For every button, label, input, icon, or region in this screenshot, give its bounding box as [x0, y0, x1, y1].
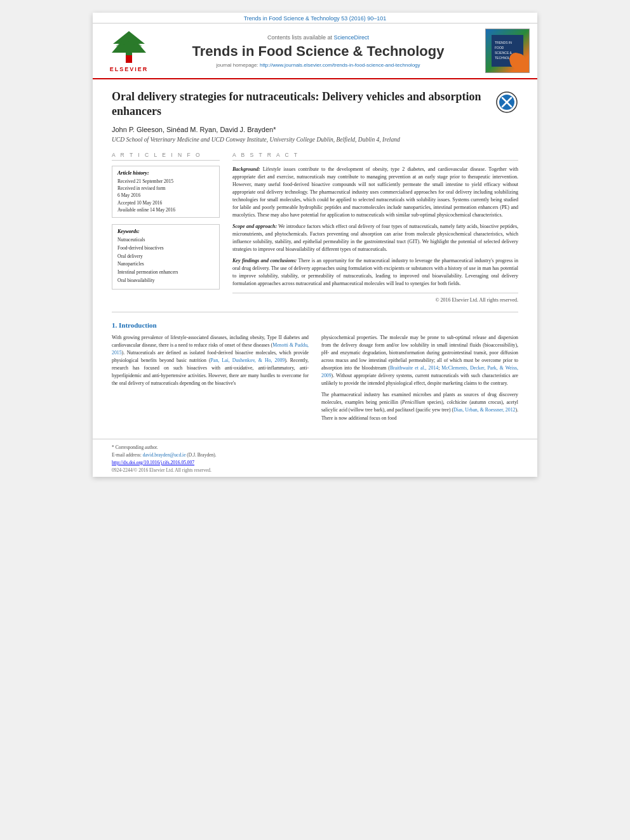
journal-reference: Trends in Food Science & Technology 53 (…: [93, 13, 537, 23]
article-affiliation: UCD School of Veterinary Medicine and UC…: [112, 137, 518, 143]
intro-para1: With growing prevalence of lifestyle-ass…: [112, 334, 309, 388]
article-history-box: Article history: Received 21 September 2…: [112, 166, 220, 218]
svg-text:FOOD: FOOD: [495, 46, 504, 50]
doi-link[interactable]: http://dx.doi.org/10.1016/j.tifs.2016.05…: [112, 460, 194, 465]
svg-marker-1: [112, 31, 146, 55]
revised-label: Received in revised form: [117, 185, 214, 192]
journal-header: ELSEVIER Contents lists available at Sci…: [93, 23, 537, 79]
elsevier-tree-icon: [107, 30, 151, 65]
revised-date: 6 May 2016: [117, 192, 214, 199]
abstract-title: A B S T R A C T: [232, 152, 518, 161]
journal-logo-box: TRENDS IN FOOD SCIENCE & TECHNOLOGY: [485, 29, 530, 73]
intro-para3: The pharmaceutical industry has examined…: [321, 391, 518, 422]
corresponding-author: * Corresponding author.: [112, 444, 518, 450]
article-info-title: A R T I C L E I N F O: [112, 152, 220, 161]
crossmark-svg: [495, 91, 518, 114]
keywords-label: Keywords:: [117, 229, 214, 234]
journal-homepage-link[interactable]: http://www.journals.elsevier.com/trends-…: [260, 62, 420, 68]
journal-homepage: journal homepage: http://www.journals.el…: [158, 62, 479, 68]
journal-logo: TRENDS IN FOOD SCIENCE & TECHNOLOGY: [479, 29, 530, 73]
info-abstract-section: A R T I C L E I N F O Article history: R…: [112, 152, 518, 303]
keywords-box: Keywords: Nutraceuticals Food-derived bi…: [112, 224, 220, 290]
keyword-3: Oral delivery: [117, 253, 214, 261]
keyword-6: Oral bioavailability: [117, 277, 214, 285]
svg-point-9: [511, 55, 520, 63]
background-text: Lifestyle issues contribute to the devel…: [232, 166, 518, 218]
article-info-column: A R T I C L E I N F O Article history: R…: [112, 152, 220, 303]
article-authors: John P. Gleeson, Sinéad M. Ryan, David J…: [112, 126, 518, 133]
intro-body: With growing prevalence of lifestyle-ass…: [112, 334, 518, 426]
ref-dias[interactable]: Dias, Urban, & Roessner, 2012: [453, 407, 515, 413]
elsevier-logo-area: ELSEVIER: [100, 30, 158, 72]
section-divider: [112, 312, 518, 312]
ref-menotti[interactable]: Menotti & Puddu, 2015: [112, 342, 309, 356]
crossmark-icon: [495, 91, 518, 114]
journal-logo-image: TRENDS IN FOOD SCIENCE & TECHNOLOGY: [492, 35, 523, 67]
intro-heading: 1. Introduction: [112, 321, 518, 329]
svg-rect-0: [126, 55, 132, 63]
svg-point-8: [509, 53, 522, 65]
email-line: E-mail address: david.brayden@ucd.ie (D.…: [112, 452, 518, 458]
keyword-1: Nutraceuticals: [117, 236, 214, 244]
intro-col-right: physicochemical properties. The molecule…: [321, 334, 518, 426]
introduction-section: 1. Introduction With growing prevalence …: [112, 321, 518, 426]
article-content: Oral delivery strategies for nutraceutic…: [93, 79, 537, 439]
article-footer: * Corresponding author. E-mail address: …: [93, 439, 537, 477]
background-label: Background:: [232, 166, 260, 172]
journal-title: Trends in Food Science & Technology: [158, 43, 479, 60]
article-page: Trends in Food Science & Technology 53 (…: [93, 13, 537, 477]
svg-text:TRENDS IN: TRENDS IN: [495, 41, 512, 44]
ref-pan[interactable]: Pan, Lai, Dushenkov, & Ho, 2009: [211, 357, 285, 363]
intro-para2: physicochemical properties. The molecule…: [321, 334, 518, 388]
abstract-background: Background: Lifestyle issues contribute …: [232, 166, 518, 219]
svg-text:SCIENCE &: SCIENCE &: [495, 51, 513, 55]
abstract-column: A B S T R A C T Background: Lifestyle is…: [232, 152, 518, 303]
history-label: Article history:: [117, 170, 214, 176]
svg-text:TECHNOLOGY: TECHNOLOGY: [495, 56, 518, 60]
issn-line: 0924-2244/© 2016 Elsevier Ltd. All right…: [112, 467, 518, 473]
accepted-date: Accepted 10 May 2016: [117, 199, 214, 206]
scope-label: Scope and approach:: [232, 223, 277, 229]
science-direct-link: Contents lists available at ScienceDirec…: [158, 34, 479, 41]
intro-col-left: With growing prevalence of lifestyle-ass…: [112, 334, 309, 426]
findings-label: Key findings and conclusions:: [232, 258, 297, 263]
science-direct-anchor[interactable]: ScienceDirect: [334, 34, 370, 41]
journal-title-area: Contents lists available at ScienceDirec…: [158, 34, 479, 68]
keyword-2: Food-derived bioactives: [117, 244, 214, 253]
abstract-scope: Scope and approach: We introduce factors…: [232, 223, 518, 253]
keyword-5: Intestinal permeation enhancers: [117, 269, 214, 277]
keyword-4: Nanoparticles: [117, 260, 214, 269]
abstract-findings: Key findings and conclusions: There is a…: [232, 257, 518, 288]
received-date: Received 21 September 2015: [117, 178, 214, 185]
doi-line: http://dx.doi.org/10.1016/j.tifs.2016.05…: [112, 460, 518, 465]
article-title-text: Oral delivery strategies for nutraceutic…: [112, 90, 489, 119]
copyright-line: © 2016 Elsevier Ltd. All rights reserved…: [232, 293, 518, 303]
ref-braithwaite[interactable]: Braithwaite et al., 2014: [390, 365, 438, 371]
email-link[interactable]: david.brayden@ucd.ie: [143, 452, 186, 458]
article-title-area: Oral delivery strategies for nutraceutic…: [112, 90, 518, 119]
available-date: Available online 14 May 2016: [117, 206, 214, 213]
